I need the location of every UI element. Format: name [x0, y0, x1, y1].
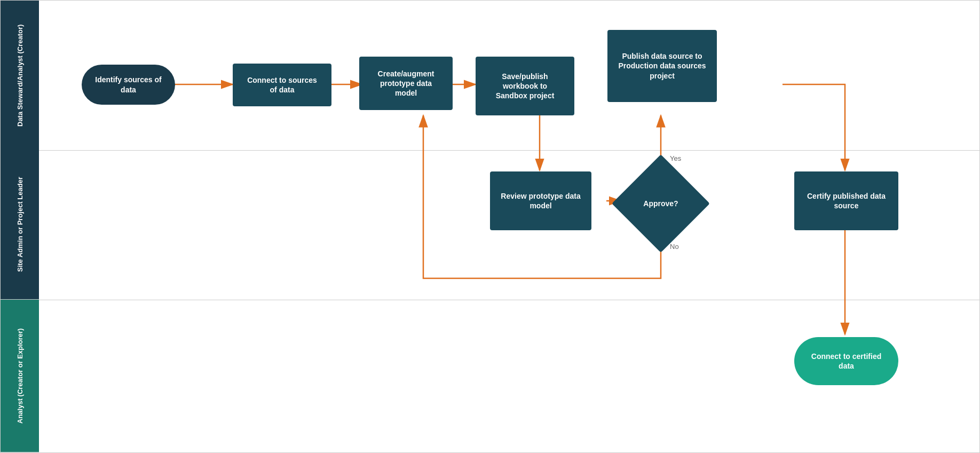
- lane-divider-1: [39, 150, 979, 151]
- node-connect-sources: Connect to sources of data: [233, 64, 331, 106]
- lane-label-1: Data Steward/Analyst (Creator): [1, 1, 39, 150]
- node-certify-datasource: Certify published data source: [794, 171, 898, 230]
- diagram-content: Identify sources of data Connect to sour…: [39, 1, 979, 452]
- lane1-label-text: Data Steward/Analyst (Creator): [16, 24, 24, 126]
- lane-divider-2: [39, 300, 979, 300]
- node-create-augment: Create/augment prototype data model: [359, 57, 453, 110]
- diagram-container: Data Steward/Analyst (Creator) Site Admi…: [0, 0, 980, 453]
- diamond-shape: [612, 154, 710, 253]
- node-save-publish: Save/publish workbook to Sandbox project: [476, 57, 574, 115]
- node-publish-datasource: Publish data source to Production data s…: [607, 30, 717, 102]
- node-approve-diamond: Approve?: [621, 163, 701, 244]
- node-connect-certified: Connect to certified data: [794, 337, 898, 385]
- lane-label-2: Site Admin or Project Leader: [1, 150, 39, 300]
- no-label: No: [670, 243, 679, 251]
- node-identify-sources: Identify sources of data: [82, 65, 175, 105]
- lane2-label-text: Site Admin or Project Leader: [16, 177, 24, 272]
- yes-label: Yes: [670, 154, 681, 162]
- lane-label-3: Analyst (Creator or Explorer): [1, 300, 39, 452]
- lane3-label-text: Analyst (Creator or Explorer): [16, 328, 24, 423]
- lane-labels: Data Steward/Analyst (Creator) Site Admi…: [1, 1, 39, 452]
- node-review-prototype: Review prototype data model: [490, 171, 591, 230]
